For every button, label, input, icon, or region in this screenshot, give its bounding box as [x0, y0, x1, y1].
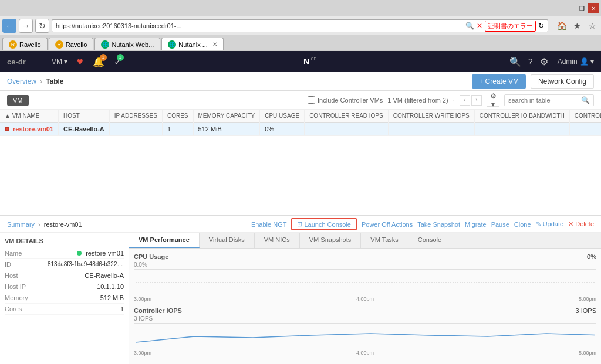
vm-host-cell: CE-Ravello-A [59, 123, 110, 136]
search-icon[interactable]: 🔍 [509, 56, 521, 67]
help-icon[interactable]: ? [528, 57, 533, 66]
address-bar[interactable]: https://nutanixce20160313-nutanixcedr01-… [52, 19, 548, 32]
create-vm-button[interactable]: + Create VM [472, 74, 526, 89]
cpu-chart-section: CPU Usage 0% 0.0% 3:00pm 4:00pm 5 [134, 253, 596, 302]
star-fav-btn[interactable]: ★ [570, 19, 583, 32]
tab-vm-snapshots[interactable]: VM Snapshots [300, 233, 362, 248]
iops-chart-area [134, 323, 596, 349]
remove-address-btn[interactable]: ✕ [477, 22, 482, 30]
detail-row-id: ID 813da8f3-1ba9-48d6-b322-2ff8db3e2064 [5, 259, 124, 270]
vm-name-link[interactable]: restore-vm01 [13, 125, 53, 132]
close-button[interactable]: ✕ [588, 3, 599, 13]
breadcrumb-overview[interactable]: Overview [7, 77, 36, 86]
col-ctrl-read[interactable]: CONTROLLER READ IOPS [305, 110, 389, 123]
table-settings-btn[interactable]: ⚙ ▾ [487, 94, 499, 107]
settings-fav-btn[interactable]: ☆ [586, 19, 599, 32]
network-config-button[interactable]: Network Config [531, 74, 594, 89]
tab-label-nutanix1: Nutanix Web... [112, 41, 154, 48]
prev-page-btn[interactable]: ‹ [460, 95, 470, 106]
maximize-button[interactable]: ❐ [576, 3, 587, 13]
take-snapshot-btn[interactable]: Take Snapshot [417, 221, 460, 228]
detail-row-cores: Cores 1 [5, 304, 124, 315]
col-memory[interactable]: MEMORY CAPACITY [193, 110, 260, 123]
detail-row-host: Host CE-Ravello-A [5, 270, 124, 281]
forward-button[interactable]: → [19, 19, 33, 33]
page-header: Overview › Table + Create VM Network Con… [0, 72, 601, 91]
task-badge: 1 [117, 54, 124, 61]
cpu-chart-title: CPU Usage [134, 253, 168, 260]
home-fav-btn[interactable]: 🏠 [555, 19, 568, 32]
check-icon-container: ✓ 1 [114, 56, 121, 67]
col-ip[interactable]: IP ADDRESSES [109, 110, 162, 123]
launch-console-btn[interactable]: ⊡ Launch Console [291, 218, 357, 230]
col-cpu[interactable]: CPU USAGE [260, 110, 305, 123]
security-error: 証明書のエラー [485, 21, 536, 32]
include-ctrl-checkbox[interactable] [308, 96, 315, 104]
search-submit-icon[interactable]: 🔍 [581, 96, 590, 104]
power-off-btn[interactable]: Power Off Actions [362, 221, 413, 228]
memory-label: Memory [5, 294, 28, 301]
tab-console[interactable]: Console [408, 233, 451, 248]
settings-icon[interactable]: ⚙ [540, 56, 548, 67]
nav-vm[interactable]: VM ▾ [52, 57, 67, 66]
tab-vm-performance[interactable]: VM Performance [129, 233, 200, 248]
migrate-btn[interactable]: Migrate [465, 221, 487, 228]
filter-count: 1 VM (filtered from 2) [387, 97, 448, 104]
next-page-btn[interactable]: › [471, 95, 482, 106]
cpu-chart-subtitle: 0.0% [134, 261, 596, 268]
delete-btn[interactable]: ✕ Delete [568, 220, 594, 228]
vm-ctrl-write-cell: - [388, 123, 474, 136]
iops-label-2: 4:00pm [356, 350, 374, 356]
id-value: 813da8f3-1ba9-48d6-b322-2ff8db3e2064 [48, 261, 124, 268]
vm-name-cell: restore-vm01 [0, 123, 59, 136]
admin-menu[interactable]: Admin 👤 ▾ [558, 57, 594, 66]
pause-btn[interactable]: Pause [491, 221, 509, 228]
iops-label-1: 3:00pm [134, 350, 151, 356]
refresh-button[interactable]: ↻ [35, 19, 49, 33]
col-host[interactable]: HOST [59, 110, 110, 123]
detail-panel: Summary › restore-vm01 Enable NGT ⊡ Laun… [0, 215, 601, 364]
detail-tabs: VM Performance Virtual Disks VM NICs VM … [129, 233, 601, 249]
back-button[interactable]: ← [2, 19, 16, 33]
cpu-chart-header: CPU Usage 0% [134, 253, 596, 260]
browser-tab-ravello2[interactable]: R Ravello [49, 38, 94, 50]
col-ctrl-lat[interactable]: CONTROLLER AVG IO LATENCY [569, 110, 601, 123]
detail-bc-summary[interactable]: Summary [7, 221, 35, 228]
search-input[interactable] [508, 97, 579, 104]
detail-row-name: Name restore-vm01 [5, 248, 124, 259]
detail-breadcrumb-bar: Summary › restore-vm01 Enable NGT ⊡ Laun… [0, 216, 601, 233]
col-ctrl-write[interactable]: CONTROLLER WRITE IOPS [388, 110, 474, 123]
update-btn[interactable]: ✎ Update [536, 220, 564, 228]
table-header-row: ▲ VM NAME HOST IP ADDRESSES CORES MEMORY… [0, 110, 601, 123]
search-box: 🔍 [504, 94, 594, 106]
browser-tab-nutanix2[interactable]: 🌐 Nutanix ... ✕ [161, 38, 224, 50]
col-vm-name[interactable]: ▲ VM NAME [0, 110, 59, 123]
clone-btn[interactable]: Clone [514, 221, 531, 228]
col-cores[interactable]: CORES [162, 110, 193, 123]
iops-chart-svg [136, 325, 595, 348]
tab-close-nutanix2[interactable]: ✕ [212, 41, 217, 47]
cpu-label-2: 4:00pm [356, 296, 374, 302]
tab-vm-nics[interactable]: VM NICs [255, 233, 300, 248]
brand-label: ce-dr [7, 57, 42, 66]
host-value: CE-Ravello-A [85, 272, 124, 279]
detail-bc-vm: restore-vm01 [44, 221, 82, 228]
vm-type-button[interactable]: VM [7, 95, 29, 106]
enable-ngt-btn[interactable]: Enable NGT [251, 221, 287, 228]
include-controller-vms: Include Controller VMs [308, 96, 383, 104]
tab-vm-tasks[interactable]: VM Tasks [361, 233, 408, 248]
table-row[interactable]: restore-vm01 CE-Ravello-A 1 512 MiB 0% -… [0, 123, 601, 136]
browser-tab-ravello1[interactable]: R Ravello [2, 38, 48, 50]
browser-chrome: — ❐ ✕ ← → ↻ https://nutanixce20160313-nu… [0, 0, 601, 51]
vm-ip-cell [109, 123, 162, 136]
minimize-button[interactable]: — [565, 3, 575, 13]
detail-row-hostip: Host IP 10.1.1.10 [5, 281, 124, 292]
col-ctrl-bw[interactable]: CONTROLLER IO BANDWIDTH [474, 110, 569, 123]
iops-chart-section: Controller IOPS 3 IOPS 3 IOPS 3:00pm [134, 307, 596, 356]
tab-virtual-disks[interactable]: Virtual Disks [200, 233, 255, 248]
detail-main: VM Performance Virtual Disks VM NICs VM … [129, 233, 601, 364]
reload-btn[interactable]: ↻ [538, 22, 544, 30]
detail-actions: Enable NGT ⊡ Launch Console Power Off Ac… [251, 218, 594, 230]
alert-badge: 1 [100, 54, 107, 61]
browser-tab-nutanix1[interactable]: 🌐 Nutanix Web... [94, 38, 160, 50]
